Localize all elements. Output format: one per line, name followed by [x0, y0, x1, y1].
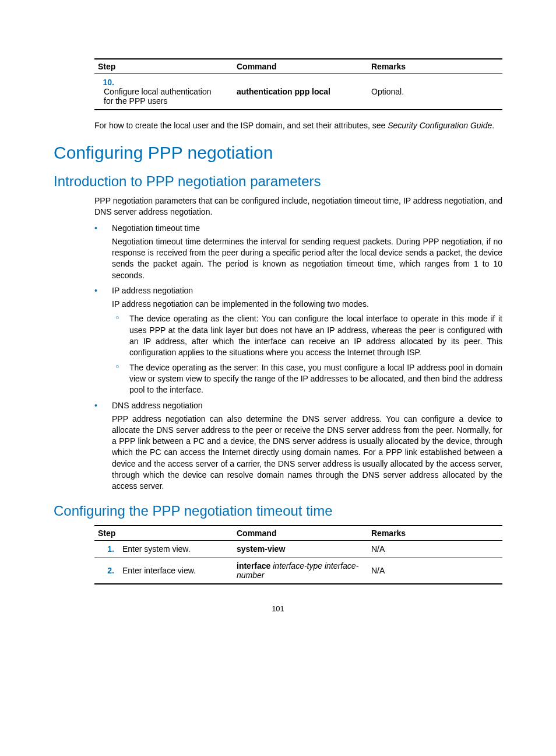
bullet-ip-negotiation: IP address negotiation IP address negoti…	[94, 286, 502, 396]
config-table-1: Step Command Remarks 10. Configure local…	[94, 58, 502, 110]
th-command: Command	[233, 59, 368, 74]
command-cell: interface interface-type interface-numbe…	[233, 557, 368, 584]
config-table-2: Step Command Remarks 1. Enter system vie…	[94, 525, 502, 584]
remarks-cell: N/A	[368, 557, 502, 584]
step-description: Enter interface view.	[122, 566, 196, 575]
bullet-body: Negotiation timeout time determines the …	[112, 236, 502, 281]
th-remarks: Remarks	[368, 59, 502, 74]
note-ref: Security Configuration Guide	[388, 121, 492, 130]
step-description: Configure local authentication for the P…	[104, 87, 214, 106]
step-number: 10.	[98, 78, 114, 87]
bullet-head: Negotiation timeout time	[112, 223, 502, 233]
th-step: Step	[94, 526, 233, 541]
remarks-cell: N/A	[368, 540, 502, 557]
sub-bullet-client: The device operating as the client: You …	[112, 313, 502, 358]
table-row: 1. Enter system view. system-view N/A	[94, 540, 502, 557]
remarks-cell: Optional.	[368, 74, 502, 110]
heading-1: Configuring PPP negotiation	[54, 143, 502, 163]
note-paragraph: For how to create the local user and the…	[94, 121, 502, 130]
step-number: 2.	[98, 566, 114, 575]
heading-2-config: Configuring the PPP negotiation timeout …	[54, 503, 502, 519]
note-end: .	[492, 121, 494, 130]
th-step: Step	[94, 59, 233, 74]
th-command: Command	[233, 526, 368, 541]
page-number: 101	[54, 604, 502, 613]
intro-paragraph: PPP negotiation parameters that can be c…	[94, 195, 502, 218]
heading-2-intro: Introduction to PPP negotiation paramete…	[54, 173, 502, 190]
bullet-body: IP address negotiation can be implemente…	[112, 299, 502, 310]
bullet-head: DNS address negotiation	[112, 401, 502, 410]
table-row: 2. Enter interface view. interface inter…	[94, 557, 502, 584]
step-description: Enter system view.	[122, 544, 191, 554]
command-cell: authentication ppp local	[233, 74, 368, 110]
bullet-negotiation-timeout: Negotiation timeout time Negotiation tim…	[94, 223, 502, 281]
bullet-body: PPP address negotiation can also determi…	[112, 414, 502, 492]
command-cell: system-view	[233, 540, 368, 557]
bullet-dns-negotiation: DNS address negotiation PPP address nego…	[94, 401, 502, 492]
bullet-head: IP address negotiation	[112, 286, 502, 295]
note-text: For how to create the local user and the…	[94, 121, 388, 130]
sub-bullet-server: The device operating as the server: In t…	[112, 362, 502, 396]
table-row: 10. Configure local authentication for t…	[94, 74, 502, 110]
th-remarks: Remarks	[368, 526, 502, 541]
step-number: 1.	[98, 544, 114, 554]
